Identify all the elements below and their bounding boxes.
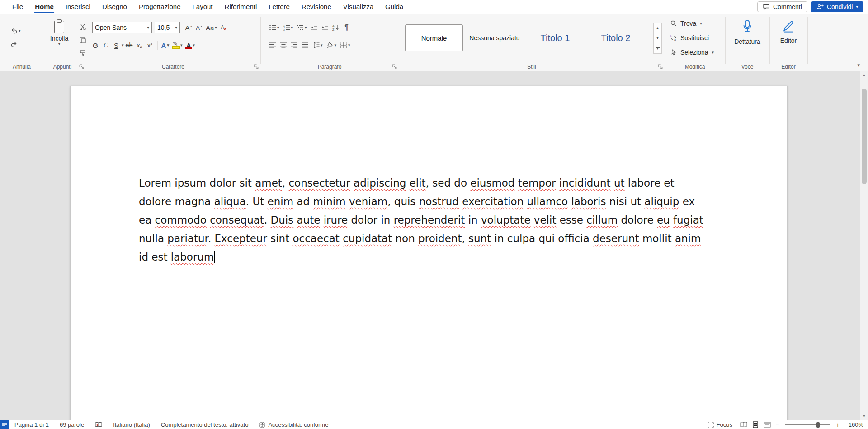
web-layout-button[interactable]: [761, 420, 773, 429]
tab-disegno[interactable]: Disegno: [96, 0, 133, 14]
zoom-slider[interactable]: [785, 424, 830, 425]
text-effects-button[interactable]: A ▾: [160, 40, 170, 51]
subscript-button[interactable]: x₂: [135, 40, 145, 51]
tab-progettazione[interactable]: Progettazione: [133, 0, 187, 14]
font-color-button[interactable]: A ▾: [184, 40, 196, 51]
line-spacing-icon: [312, 42, 320, 49]
line-spacing-button[interactable]: ▾: [311, 40, 324, 51]
replace-button[interactable]: b a Sostituisci: [670, 34, 709, 42]
share-button[interactable]: Condividi ▾: [811, 1, 863, 12]
font-size-select[interactable]: 10,5 ▾: [155, 22, 180, 33]
proofing-status[interactable]: [90, 420, 108, 429]
change-case-label: Aa: [206, 24, 214, 32]
clear-formatting-button[interactable]: A: [219, 22, 229, 33]
font-name-select[interactable]: Open Sans ▾: [92, 22, 152, 33]
tab-revisione[interactable]: Revisione: [296, 0, 337, 14]
text-run: , quis: [387, 196, 419, 207]
show-formatting-button[interactable]: ¶: [342, 22, 352, 33]
misspelled-word: eiusmod: [470, 177, 514, 189]
read-mode-button[interactable]: [738, 420, 750, 429]
tab-visualizza[interactable]: Visualizza: [337, 0, 379, 14]
misspelled-word: reprehenderit: [394, 214, 465, 226]
misspelled-word: exercitation: [462, 196, 524, 207]
bullets-button[interactable]: ▾: [268, 22, 281, 33]
align-right-button[interactable]: [289, 40, 299, 51]
misspelled-word: irure: [324, 214, 348, 226]
vertical-scrollbar[interactable]: ▲ ▼: [860, 71, 868, 420]
shading-button[interactable]: ▾: [325, 40, 338, 51]
styles-gallery-more-button[interactable]: ▾: [653, 43, 662, 54]
misspelled-word: Excepteur: [215, 233, 267, 244]
tab-home[interactable]: Home: [29, 0, 60, 14]
tab-lettere[interactable]: Lettere: [263, 0, 296, 14]
underline-chevron[interactable]: ▾: [122, 43, 124, 47]
multilevel-list-button[interactable]: ▾: [295, 22, 308, 33]
strikethrough-button[interactable]: ab: [124, 40, 134, 51]
undo-button[interactable]: ▾: [9, 25, 22, 36]
scrollbar-thumb[interactable]: [862, 89, 867, 184]
change-case-button[interactable]: Aa ▾: [204, 22, 218, 33]
accessibility-status[interactable]: Accessibilità: conforme: [254, 420, 334, 429]
justify-button[interactable]: [300, 40, 310, 51]
zoom-in-button[interactable]: +: [834, 421, 842, 429]
highlight-color-button[interactable]: ▾: [171, 40, 184, 51]
shrink-font-button[interactable]: Aˇ: [194, 22, 204, 33]
document-paragraph[interactable]: Lorem ipsum dolor sit amet, consectetur …: [139, 174, 708, 266]
borders-button[interactable]: ▾: [339, 40, 352, 51]
paste-button[interactable]: Incolla ▾: [47, 21, 71, 46]
tab-inserisci[interactable]: Inserisci: [60, 0, 96, 14]
page-indicator[interactable]: Pagina 1 di 1: [9, 420, 54, 429]
paste-dropdown-chevron[interactable]: ▾: [47, 42, 71, 46]
find-button[interactable]: Trova ▾: [670, 20, 702, 27]
decrease-indent-button[interactable]: [309, 22, 319, 33]
superscript-button[interactable]: x²: [145, 40, 155, 51]
focus-mode-button[interactable]: Focus: [702, 420, 738, 429]
style-titolo-1[interactable]: Titolo 1: [526, 24, 584, 51]
tab-riferimenti[interactable]: Riferimenti: [219, 0, 263, 14]
sort-button[interactable]: A Z: [331, 22, 341, 33]
increase-indent-button[interactable]: [320, 22, 330, 33]
misspelled-word: proident: [418, 233, 462, 244]
undo-dropdown-chevron[interactable]: ▾: [19, 29, 21, 33]
svg-text:3: 3: [283, 28, 285, 31]
italic-button[interactable]: C: [101, 40, 111, 51]
zoom-percentage[interactable]: 160%: [842, 421, 863, 428]
tab-guida[interactable]: Guida: [379, 0, 409, 14]
tab-file[interactable]: File: [6, 0, 29, 14]
text-completion-status[interactable]: Completamento del testo: attivato: [156, 420, 254, 429]
style-normale[interactable]: Normale: [405, 24, 463, 51]
tab-layout[interactable]: Layout: [187, 0, 219, 14]
scroll-up-arrow[interactable]: ▲: [860, 71, 868, 79]
select-button[interactable]: Seleziona ▾: [670, 49, 714, 56]
styles-scroll-down-button[interactable]: ▾: [653, 33, 662, 43]
align-left-button[interactable]: [268, 40, 278, 51]
print-layout-icon: [752, 421, 759, 428]
style-normale-label: Normale: [421, 34, 447, 42]
redo-button[interactable]: [9, 39, 19, 50]
document-page[interactable]: Lorem ipsum dolor sit amet, consectetur …: [70, 86, 788, 420]
style-titolo-2[interactable]: Titolo 2: [587, 24, 645, 51]
share-dropdown-chevron[interactable]: ▾: [856, 5, 858, 9]
word-count[interactable]: 69 parole: [54, 420, 90, 429]
zoom-slider-thumb[interactable]: [816, 422, 820, 428]
scroll-down-arrow[interactable]: ▼: [860, 412, 868, 420]
style-nessuna-spaziatura[interactable]: Nessuna spaziatu: [466, 24, 524, 51]
status-bar: Pagina 1 di 1 69 parole Italiano (Italia…: [0, 420, 868, 429]
font-color-icon: A: [185, 42, 192, 49]
select-icon: [670, 49, 677, 56]
justify-icon: [302, 42, 309, 49]
underline-button[interactable]: S: [111, 40, 121, 51]
language-indicator[interactable]: Italiano (Italia): [108, 420, 156, 429]
print-layout-button[interactable]: [750, 420, 761, 429]
zoom-out-button[interactable]: −: [773, 421, 781, 429]
styles-scroll-up-button[interactable]: ▴: [653, 23, 662, 33]
align-center-button[interactable]: [278, 40, 288, 51]
dictate-button[interactable]: Dettatura: [725, 20, 769, 45]
svg-text:A: A: [221, 24, 224, 31]
comments-button[interactable]: Commenti: [757, 1, 807, 12]
numbering-button[interactable]: 1 2 3 ▾: [282, 22, 295, 33]
grow-font-button[interactable]: Aˆ: [184, 22, 193, 33]
bold-button[interactable]: G: [90, 40, 100, 51]
editor-button[interactable]: Editor: [769, 20, 807, 44]
collapse-ribbon-button[interactable]: ▾: [857, 62, 860, 68]
